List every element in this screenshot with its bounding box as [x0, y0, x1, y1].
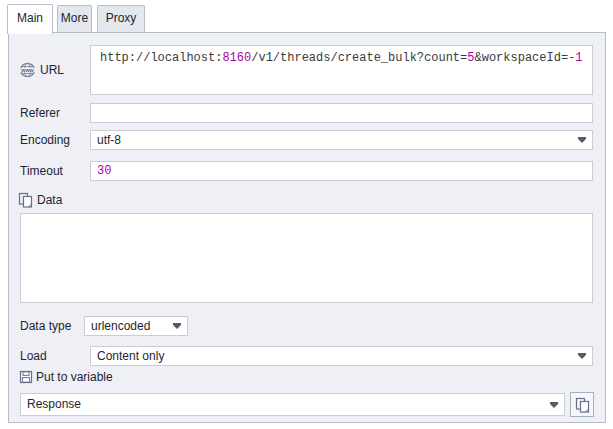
url-label: URL	[40, 63, 64, 77]
put-to-variable-label-group: Put to variable	[19, 370, 113, 384]
data-type-select[interactable]: urlencoded	[84, 316, 188, 336]
tab-more[interactable]: More	[57, 5, 92, 32]
referer-label: Referer	[20, 103, 60, 123]
data-type-label: Data type	[20, 316, 71, 336]
tab-main[interactable]: Main	[7, 4, 53, 34]
put-to-variable-value: Response	[27, 394, 544, 415]
globe-www-icon: www	[19, 62, 36, 78]
copy-to-clipboard-button[interactable]	[570, 392, 594, 417]
timeout-label: Timeout	[20, 161, 63, 181]
load-value: Content only	[97, 347, 572, 365]
timeout-input[interactable]	[90, 161, 593, 181]
encoding-label: Encoding	[20, 130, 70, 150]
svg-text:www: www	[20, 67, 34, 73]
chevron-down-icon[interactable]	[173, 323, 181, 329]
encoding-select[interactable]: utf-8	[90, 130, 593, 150]
save-floppy-icon	[19, 370, 33, 384]
chevron-down-icon[interactable]	[578, 353, 586, 359]
http-request-settings-dialog: Main More Proxy www URL http://localhost…	[0, 0, 613, 429]
tab-proxy[interactable]: Proxy	[97, 5, 145, 32]
referer-input[interactable]	[90, 103, 593, 123]
chevron-down-icon[interactable]	[578, 137, 586, 143]
load-select[interactable]: Content only	[90, 346, 593, 366]
copy-pages-icon	[575, 397, 590, 413]
put-to-variable-label: Put to variable	[36, 370, 113, 384]
data-type-value: urlencoded	[91, 317, 167, 335]
data-textarea[interactable]	[20, 213, 593, 303]
url-label-group: www URL	[19, 62, 64, 78]
put-to-variable-select[interactable]: Response	[20, 393, 565, 416]
load-label: Load	[20, 346, 47, 366]
url-input[interactable]: http://localhost:8160/v1/threads/create_…	[90, 45, 593, 95]
data-label: Data	[37, 193, 62, 207]
chevron-down-icon[interactable]	[550, 402, 558, 408]
encoding-value: utf-8	[97, 131, 572, 149]
data-label-group: Data	[18, 192, 62, 208]
copy-pages-icon	[18, 192, 33, 208]
